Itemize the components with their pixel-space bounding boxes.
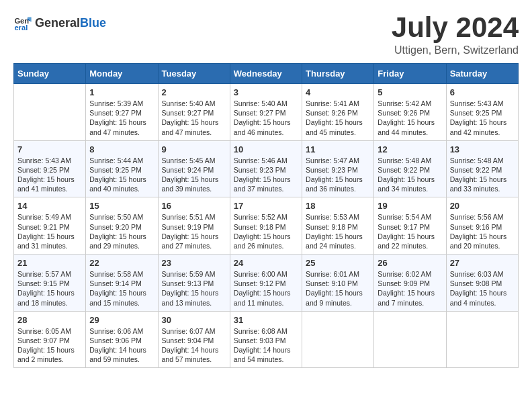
day-info-line: and 40 minutes. [89, 184, 154, 193]
calendar-cell: 25Sunrise: 6:01 AMSunset: 9:10 PMDayligh… [302, 255, 374, 312]
day-info-line: Sunrise: 6:06 AM [89, 326, 154, 336]
calendar-cell: 4Sunrise: 5:41 AMSunset: 9:26 PMDaylight… [302, 84, 374, 141]
day-info-line: Daylight: 15 hours [89, 175, 154, 184]
calendar-cell [374, 311, 446, 368]
day-info-line: Sunset: 9:18 PM [234, 222, 298, 232]
day-info-line: Sunrise: 6:01 AM [306, 269, 370, 279]
calendar-cell: 6Sunrise: 5:43 AMSunset: 9:25 PMDaylight… [446, 84, 518, 141]
day-info-line: and 33 minutes. [450, 184, 515, 193]
day-number: 21 [17, 258, 82, 268]
day-info-line: Sunset: 9:15 PM [17, 279, 82, 288]
day-info-line: Sunrise: 5:57 AM [17, 269, 82, 279]
logo-text: GeneralBlue [35, 16, 106, 30]
calendar-cell: 23Sunrise: 5:59 AMSunset: 9:13 PMDayligh… [158, 255, 230, 312]
day-info-line: Daylight: 15 hours [162, 175, 226, 184]
day-info-line: Sunset: 9:17 PM [378, 222, 442, 232]
day-info-line: Sunset: 9:18 PM [306, 222, 370, 232]
day-info-line: Sunrise: 5:51 AM [162, 212, 226, 222]
day-info-line: Sunrise: 5:44 AM [89, 156, 154, 165]
day-info-line: Sunrise: 5:47 AM [306, 156, 370, 165]
day-info-line: Daylight: 15 hours [17, 345, 82, 355]
day-info-line: Daylight: 15 hours [162, 232, 226, 241]
day-info-line: Sunset: 9:13 PM [162, 279, 226, 288]
page-header: Gen eral GeneralBlue July 2024 Uttigen, … [13, 13, 519, 56]
day-info-line: Sunset: 9:27 PM [89, 108, 154, 118]
day-info-line: Daylight: 15 hours [378, 118, 442, 127]
day-info-line: and 54 minutes. [234, 355, 298, 364]
day-info-line: Sunset: 9:08 PM [450, 279, 515, 288]
day-info-line: and 24 minutes. [306, 241, 370, 250]
day-info-line: Daylight: 15 hours [306, 118, 370, 127]
day-number: 27 [450, 258, 515, 268]
calendar-cell: 1Sunrise: 5:39 AMSunset: 9:27 PMDaylight… [86, 84, 158, 141]
day-info-line: and 11 minutes. [234, 298, 298, 308]
day-info-line: Sunrise: 5:42 AM [378, 99, 442, 108]
day-info-line: Daylight: 14 hours [89, 345, 154, 355]
day-info-line: Sunset: 9:22 PM [450, 165, 515, 175]
day-info-line: Daylight: 14 hours [234, 345, 298, 355]
day-info-line: and 9 minutes. [306, 298, 370, 308]
day-info-line: Sunset: 9:25 PM [89, 165, 154, 175]
calendar-cell: 17Sunrise: 5:52 AMSunset: 9:18 PMDayligh… [230, 197, 302, 255]
day-number: 25 [306, 258, 370, 268]
day-info-line: and 34 minutes. [378, 184, 442, 193]
day-number: 13 [450, 144, 515, 154]
day-number: 17 [234, 201, 298, 211]
day-info-line: Sunrise: 5:43 AM [17, 156, 82, 165]
calendar-cell: 14Sunrise: 5:49 AMSunset: 9:21 PMDayligh… [14, 197, 86, 255]
day-info-line: and 20 minutes. [450, 241, 515, 250]
day-info-line: Sunrise: 5:46 AM [234, 156, 298, 165]
day-number: 2 [162, 87, 226, 97]
week-row-3: 14Sunrise: 5:49 AMSunset: 9:21 PMDayligh… [14, 197, 519, 255]
location-subtitle: Uttigen, Bern, Switzerland [392, 44, 519, 56]
calendar-cell: 16Sunrise: 5:51 AMSunset: 9:19 PMDayligh… [158, 197, 230, 255]
calendar-cell: 19Sunrise: 5:54 AMSunset: 9:17 PMDayligh… [374, 197, 446, 255]
day-info-line: Sunset: 9:09 PM [378, 279, 442, 288]
day-info-line: Sunrise: 6:00 AM [234, 269, 298, 279]
day-info-line: Sunset: 9:27 PM [162, 108, 226, 118]
day-info-line: Sunset: 9:04 PM [162, 336, 226, 345]
day-info-line: Sunrise: 6:08 AM [234, 326, 298, 336]
svg-text:eral: eral [14, 24, 28, 32]
day-info-line: Sunrise: 5:49 AM [17, 212, 82, 222]
day-info-line: Sunset: 9:16 PM [450, 222, 515, 232]
day-info-line: and 15 minutes. [89, 298, 154, 308]
day-info-line: Sunset: 9:19 PM [162, 222, 226, 232]
day-info-line: Sunset: 9:12 PM [234, 279, 298, 288]
calendar-cell: 12Sunrise: 5:48 AMSunset: 9:22 PMDayligh… [374, 140, 446, 197]
day-number: 28 [17, 315, 82, 325]
day-info-line: Sunrise: 5:52 AM [234, 212, 298, 222]
day-info-line: Daylight: 15 hours [234, 288, 298, 298]
day-info-line: Daylight: 15 hours [89, 232, 154, 241]
weekday-header-friday: Friday [374, 64, 446, 84]
day-info-line: Sunset: 9:25 PM [450, 108, 515, 118]
calendar-cell: 9Sunrise: 5:45 AMSunset: 9:24 PMDaylight… [158, 140, 230, 197]
weekday-header-wednesday: Wednesday [230, 64, 302, 84]
day-info-line: Sunrise: 5:50 AM [89, 212, 154, 222]
calendar-table: SundayMondayTuesdayWednesdayThursdayFrid… [13, 63, 519, 368]
day-info-line: Sunrise: 5:48 AM [378, 156, 442, 165]
day-info-line: Daylight: 15 hours [89, 118, 154, 127]
day-number: 22 [89, 258, 154, 268]
day-info-line: Daylight: 15 hours [17, 175, 82, 184]
day-info-line: Daylight: 15 hours [234, 175, 298, 184]
day-info-line: and 44 minutes. [378, 128, 442, 137]
day-info-line: Daylight: 15 hours [306, 232, 370, 241]
day-info-line: and 36 minutes. [306, 184, 370, 193]
day-number: 26 [378, 258, 442, 268]
day-info-line: and 27 minutes. [162, 241, 226, 250]
day-info-line: Sunrise: 5:43 AM [450, 99, 515, 108]
day-info-line: Daylight: 15 hours [450, 118, 515, 127]
calendar-cell: 27Sunrise: 6:03 AMSunset: 9:08 PMDayligh… [446, 255, 518, 312]
day-info-line: and 39 minutes. [162, 184, 226, 193]
day-info-line: Daylight: 15 hours [234, 118, 298, 127]
day-number: 12 [378, 144, 442, 154]
day-number: 14 [17, 201, 82, 211]
calendar-cell: 20Sunrise: 5:56 AMSunset: 9:16 PMDayligh… [446, 197, 518, 255]
week-row-5: 28Sunrise: 6:05 AMSunset: 9:07 PMDayligh… [14, 311, 519, 368]
day-info-line: and 13 minutes. [162, 298, 226, 308]
title-block: July 2024 Uttigen, Bern, Switzerland [392, 13, 519, 56]
day-info-line: and 45 minutes. [306, 128, 370, 137]
calendar-cell: 10Sunrise: 5:46 AMSunset: 9:23 PMDayligh… [230, 140, 302, 197]
month-year-title: July 2024 [392, 13, 519, 42]
